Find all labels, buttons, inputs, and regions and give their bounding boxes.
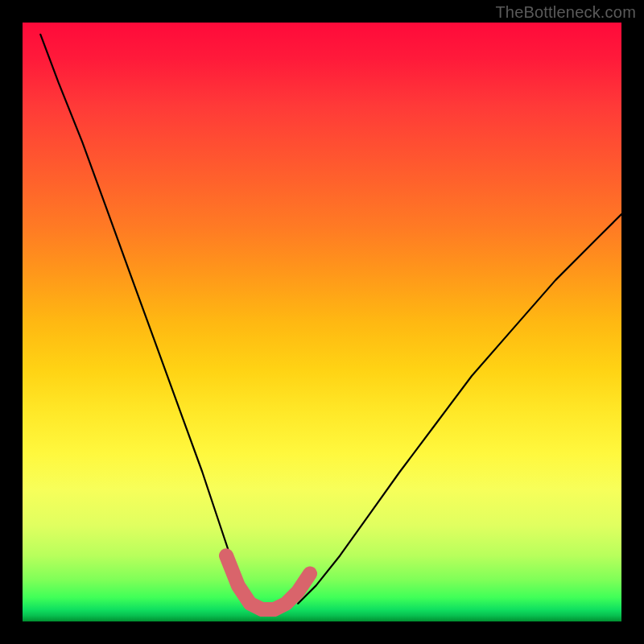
watermark-text: TheBottleneck.com — [495, 3, 636, 22]
chart-svg — [23, 23, 621, 621]
series-group — [40, 35, 621, 609]
chart-frame: TheBottleneck.com — [0, 0, 644, 644]
series-left-arm — [40, 35, 250, 604]
chart-plot-area — [23, 23, 621, 621]
series-highlight-min — [226, 555, 310, 609]
series-right-arm — [298, 214, 621, 604]
